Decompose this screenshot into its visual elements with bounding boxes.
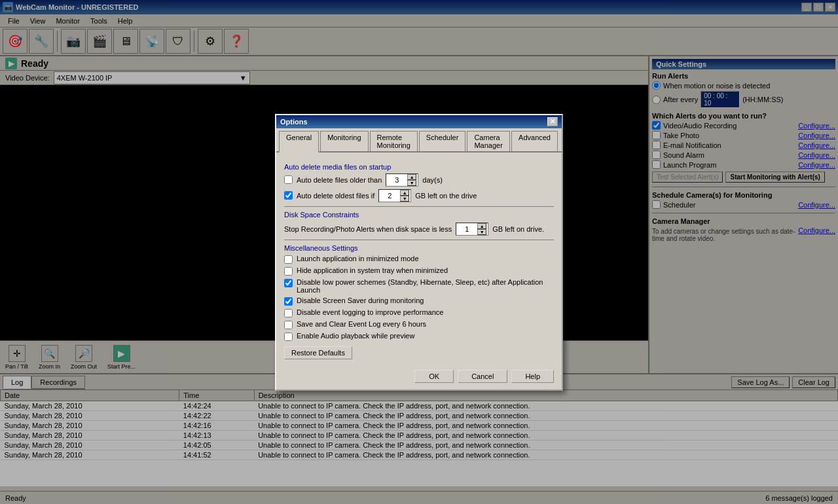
auto-delete-section-title: Auto delete media files on startup xyxy=(284,163,554,171)
dialog-close-button[interactable]: ✕ xyxy=(547,117,558,126)
disk-space-unit: GB left on drive. xyxy=(492,225,544,233)
misc-label-3: Disable Screen Saver during monitoring xyxy=(297,297,424,304)
misc-option-row-0: Launch application in minimized mode xyxy=(284,255,554,264)
tab-scheduler[interactable]: Scheduler xyxy=(419,131,466,151)
auto-delete-oldest-label: Auto delete oldest files if xyxy=(297,192,374,200)
misc-option-row-2: Disable low power schemes (Standby, Hibe… xyxy=(284,278,554,294)
cancel-button[interactable]: Cancel xyxy=(458,370,507,383)
misc-checkbox-2[interactable] xyxy=(284,279,293,287)
disk-space-value[interactable] xyxy=(456,225,477,233)
disk-space-spinbox[interactable]: ▲ ▼ xyxy=(456,223,488,236)
auto-delete-oldest-value[interactable] xyxy=(379,192,400,200)
spin-up-oldest[interactable]: ▲ xyxy=(400,190,409,196)
misc-option-row-3: Disable Screen Saver during monitoring xyxy=(284,297,554,306)
dialog-footer: OK Cancel Help xyxy=(276,366,562,389)
spin-down-older[interactable]: ▼ xyxy=(407,180,416,186)
spin-down-oldest[interactable]: ▼ xyxy=(400,196,409,202)
auto-delete-oldest-checkbox[interactable] xyxy=(284,191,293,200)
spin-up-disk[interactable]: ▲ xyxy=(477,223,486,229)
misc-label-0: Launch application in minimized mode xyxy=(297,255,419,262)
misc-section-title: Miscellaneous Settings xyxy=(284,244,554,252)
misc-label-1: Hide application in system tray when min… xyxy=(297,266,448,274)
auto-delete-older-row: Auto delete files older than ▲ ▼ day(s) xyxy=(284,173,554,187)
misc-options: Launch application in minimized mode Hid… xyxy=(284,255,554,341)
dialog-content: Auto delete media files on startup Auto … xyxy=(276,153,562,366)
spin-down-disk[interactable]: ▼ xyxy=(477,229,486,235)
tab-remote-monitoring[interactable]: Remote Monitoring xyxy=(370,131,418,151)
misc-checkbox-3[interactable] xyxy=(284,297,293,306)
misc-label-4: Disable event logging to improve perform… xyxy=(297,308,443,316)
misc-option-row-6: Enable Audio playback while preview xyxy=(284,332,554,341)
dialog-title-bar: Options ✕ xyxy=(276,115,562,128)
options-dialog: Options ✕ General Monitoring Remote Moni… xyxy=(275,114,563,391)
misc-label-5: Save and Clear Event Log every 6 hours xyxy=(297,320,426,328)
misc-label-6: Enable Audio playback while preview xyxy=(297,332,414,340)
auto-delete-older-value[interactable] xyxy=(386,176,407,184)
disk-space-label: Stop Recording/Photo Alerts when disk sp… xyxy=(284,225,452,233)
misc-checkbox-6[interactable] xyxy=(284,333,293,341)
auto-delete-oldest-unit: GB left on the drive xyxy=(415,192,477,200)
tab-general[interactable]: General xyxy=(279,131,319,153)
misc-checkbox-4[interactable] xyxy=(284,309,293,317)
misc-label-2: Disable low power schemes (Standby, Hibe… xyxy=(297,278,554,294)
auto-delete-oldest-row: Auto delete oldest files if ▲ ▼ GB left … xyxy=(284,189,554,202)
misc-checkbox-0[interactable] xyxy=(284,255,293,264)
spin-up-older[interactable]: ▲ xyxy=(407,174,416,180)
tab-camera-manager[interactable]: Camera Manager xyxy=(467,131,510,151)
restore-defaults-button[interactable]: Restore Defaults xyxy=(284,346,352,359)
misc-checkbox-1[interactable] xyxy=(284,267,293,276)
dialog-tabs: General Monitoring Remote Monitoring Sch… xyxy=(276,128,562,153)
auto-delete-older-label: Auto delete files older than xyxy=(297,176,382,184)
dialog-title-text: Options xyxy=(280,118,308,126)
disk-space-section-title: Disk Space Constraints xyxy=(284,211,554,219)
auto-delete-older-checkbox[interactable] xyxy=(284,175,293,184)
misc-option-row-5: Save and Clear Event Log every 6 hours xyxy=(284,320,554,329)
auto-delete-oldest-spinbox[interactable]: ▲ ▼ xyxy=(378,189,411,202)
misc-option-row-1: Hide application in system tray when min… xyxy=(284,266,554,276)
modal-overlay: Options ✕ General Monitoring Remote Moni… xyxy=(0,0,838,491)
auto-delete-older-unit: day(s) xyxy=(422,176,443,184)
help-button[interactable]: Help xyxy=(511,370,554,383)
tab-advanced[interactable]: Advanced xyxy=(511,131,558,151)
misc-checkbox-5[interactable] xyxy=(284,321,293,329)
ok-button[interactable]: OK xyxy=(414,370,454,383)
tab-monitoring[interactable]: Monitoring xyxy=(320,131,368,151)
disk-space-row: Stop Recording/Photo Alerts when disk sp… xyxy=(284,223,554,236)
auto-delete-older-spinbox[interactable]: ▲ ▼ xyxy=(386,173,418,187)
misc-option-row-4: Disable event logging to improve perform… xyxy=(284,308,554,317)
